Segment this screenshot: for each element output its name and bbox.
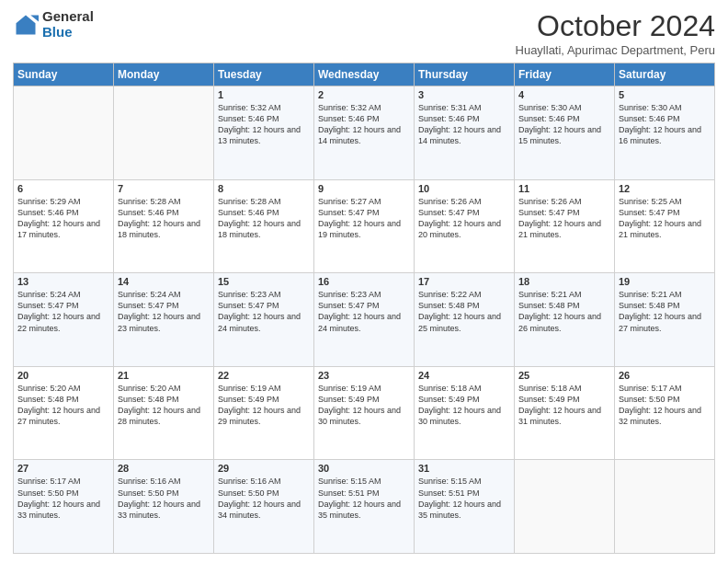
day-info: Sunrise: 5:19 AM Sunset: 5:49 PM Dayligh… [318,383,410,428]
calendar-cell: 3Sunrise: 5:31 AM Sunset: 5:46 PM Daylig… [415,86,515,180]
day-info: Sunrise: 5:18 AM Sunset: 5:49 PM Dayligh… [418,383,510,428]
day-number: 27 [17,463,109,474]
calendar-cell: 13Sunrise: 5:24 AM Sunset: 5:47 PM Dayli… [14,273,114,367]
calendar-cell: 2Sunrise: 5:32 AM Sunset: 5:46 PM Daylig… [314,86,415,180]
calendar-cell [615,460,715,554]
day-info: Sunrise: 5:17 AM Sunset: 5:50 PM Dayligh… [17,476,109,521]
calendar-cell: 19Sunrise: 5:21 AM Sunset: 5:48 PM Dayli… [615,273,715,367]
day-info: Sunrise: 5:24 AM Sunset: 5:47 PM Dayligh… [118,289,210,334]
day-info: Sunrise: 5:21 AM Sunset: 5:48 PM Dayligh… [619,289,711,334]
day-number: 23 [318,370,410,381]
day-number: 25 [518,370,610,381]
day-info: Sunrise: 5:16 AM Sunset: 5:50 PM Dayligh… [218,476,310,521]
day-info: Sunrise: 5:30 AM Sunset: 5:46 PM Dayligh… [518,102,610,147]
calendar-cell: 31Sunrise: 5:15 AM Sunset: 5:51 PM Dayli… [415,460,515,554]
logo: General Blue [13,9,94,40]
calendar-cell: 20Sunrise: 5:20 AM Sunset: 5:48 PM Dayli… [14,366,114,460]
day-info: Sunrise: 5:30 AM Sunset: 5:46 PM Dayligh… [619,102,711,147]
title-block: October 2024 Huayllati, Apurimac Departm… [516,9,715,57]
day-header-thursday: Thursday [415,63,515,86]
day-info: Sunrise: 5:20 AM Sunset: 5:48 PM Dayligh… [118,383,210,428]
calendar-cell: 28Sunrise: 5:16 AM Sunset: 5:50 PM Dayli… [114,460,214,554]
calendar-cell [114,86,214,180]
day-info: Sunrise: 5:32 AM Sunset: 5:46 PM Dayligh… [218,102,310,147]
calendar-cell: 16Sunrise: 5:23 AM Sunset: 5:47 PM Dayli… [314,273,415,367]
calendar-cell: 12Sunrise: 5:25 AM Sunset: 5:47 PM Dayli… [615,179,715,273]
day-number: 10 [418,183,510,194]
day-info: Sunrise: 5:26 AM Sunset: 5:47 PM Dayligh… [518,196,610,241]
day-number: 17 [418,276,510,287]
day-number: 22 [218,370,310,381]
calendar-cell: 7Sunrise: 5:28 AM Sunset: 5:46 PM Daylig… [114,179,214,273]
calendar-cell: 26Sunrise: 5:17 AM Sunset: 5:50 PM Dayli… [615,366,715,460]
day-header-friday: Friday [515,63,615,86]
day-number: 19 [619,276,711,287]
calendar-cell: 27Sunrise: 5:17 AM Sunset: 5:50 PM Dayli… [14,460,114,554]
calendar-cell: 11Sunrise: 5:26 AM Sunset: 5:47 PM Dayli… [515,179,615,273]
day-number: 21 [118,370,210,381]
calendar-cell: 17Sunrise: 5:22 AM Sunset: 5:48 PM Dayli… [415,273,515,367]
day-info: Sunrise: 5:29 AM Sunset: 5:46 PM Dayligh… [17,196,109,241]
day-number: 29 [218,463,310,474]
day-info: Sunrise: 5:18 AM Sunset: 5:49 PM Dayligh… [518,383,610,428]
day-number: 30 [318,463,410,474]
page: General Blue October 2024 Huayllati, Apu… [0,0,728,563]
calendar-cell: 6Sunrise: 5:29 AM Sunset: 5:46 PM Daylig… [14,179,114,273]
day-info: Sunrise: 5:16 AM Sunset: 5:50 PM Dayligh… [118,476,210,521]
day-header-wednesday: Wednesday [314,63,415,86]
calendar-cell: 1Sunrise: 5:32 AM Sunset: 5:46 PM Daylig… [214,86,314,180]
calendar-cell: 4Sunrise: 5:30 AM Sunset: 5:46 PM Daylig… [515,86,615,180]
calendar-header-row: SundayMondayTuesdayWednesdayThursdayFrid… [14,63,715,86]
day-number: 13 [17,276,109,287]
calendar-cell: 8Sunrise: 5:28 AM Sunset: 5:46 PM Daylig… [214,179,314,273]
calendar-cell [515,460,615,554]
day-number: 8 [218,183,310,194]
day-info: Sunrise: 5:22 AM Sunset: 5:48 PM Dayligh… [418,289,510,334]
day-info: Sunrise: 5:20 AM Sunset: 5:48 PM Dayligh… [17,383,109,428]
calendar-cell: 21Sunrise: 5:20 AM Sunset: 5:48 PM Dayli… [114,366,214,460]
calendar-cell: 29Sunrise: 5:16 AM Sunset: 5:50 PM Dayli… [214,460,314,554]
location-subtitle: Huayllati, Apurimac Department, Peru [516,43,715,57]
day-info: Sunrise: 5:15 AM Sunset: 5:51 PM Dayligh… [418,476,510,521]
day-info: Sunrise: 5:21 AM Sunset: 5:48 PM Dayligh… [518,289,610,334]
day-info: Sunrise: 5:19 AM Sunset: 5:49 PM Dayligh… [218,383,310,428]
calendar-week-3: 13Sunrise: 5:24 AM Sunset: 5:47 PM Dayli… [14,273,715,367]
calendar-cell: 15Sunrise: 5:23 AM Sunset: 5:47 PM Dayli… [214,273,314,367]
calendar-cell: 5Sunrise: 5:30 AM Sunset: 5:46 PM Daylig… [615,86,715,180]
day-header-tuesday: Tuesday [214,63,314,86]
svg-marker-0 [17,15,36,34]
day-info: Sunrise: 5:26 AM Sunset: 5:47 PM Dayligh… [418,196,510,241]
day-number: 15 [218,276,310,287]
day-info: Sunrise: 5:28 AM Sunset: 5:46 PM Dayligh… [118,196,210,241]
day-number: 1 [218,89,310,100]
day-number: 18 [518,276,610,287]
day-info: Sunrise: 5:24 AM Sunset: 5:47 PM Dayligh… [17,289,109,334]
day-number: 2 [318,89,410,100]
calendar-cell: 25Sunrise: 5:18 AM Sunset: 5:49 PM Dayli… [515,366,615,460]
calendar-week-5: 27Sunrise: 5:17 AM Sunset: 5:50 PM Dayli… [14,460,715,554]
calendar-cell: 24Sunrise: 5:18 AM Sunset: 5:49 PM Dayli… [415,366,515,460]
day-number: 3 [418,89,510,100]
calendar-cell: 14Sunrise: 5:24 AM Sunset: 5:47 PM Dayli… [114,273,214,367]
day-info: Sunrise: 5:28 AM Sunset: 5:46 PM Dayligh… [218,196,310,241]
day-info: Sunrise: 5:23 AM Sunset: 5:47 PM Dayligh… [318,289,410,334]
day-header-monday: Monday [114,63,214,86]
day-number: 20 [17,370,109,381]
calendar-cell: 23Sunrise: 5:19 AM Sunset: 5:49 PM Dayli… [314,366,415,460]
calendar-cell: 18Sunrise: 5:21 AM Sunset: 5:48 PM Dayli… [515,273,615,367]
day-number: 5 [619,89,711,100]
day-number: 4 [518,89,610,100]
day-number: 6 [17,183,109,194]
day-info: Sunrise: 5:25 AM Sunset: 5:47 PM Dayligh… [619,196,711,241]
day-info: Sunrise: 5:17 AM Sunset: 5:50 PM Dayligh… [619,383,711,428]
calendar-cell [14,86,114,180]
day-header-saturday: Saturday [615,63,715,86]
calendar-cell: 10Sunrise: 5:26 AM Sunset: 5:47 PM Dayli… [415,179,515,273]
day-number: 28 [118,463,210,474]
logo-blue-text: Blue [42,25,94,40]
calendar-week-2: 6Sunrise: 5:29 AM Sunset: 5:46 PM Daylig… [14,179,715,273]
day-number: 24 [418,370,510,381]
day-info: Sunrise: 5:32 AM Sunset: 5:46 PM Dayligh… [318,102,410,147]
day-info: Sunrise: 5:27 AM Sunset: 5:47 PM Dayligh… [318,196,410,241]
logo-general-text: General [42,9,94,25]
